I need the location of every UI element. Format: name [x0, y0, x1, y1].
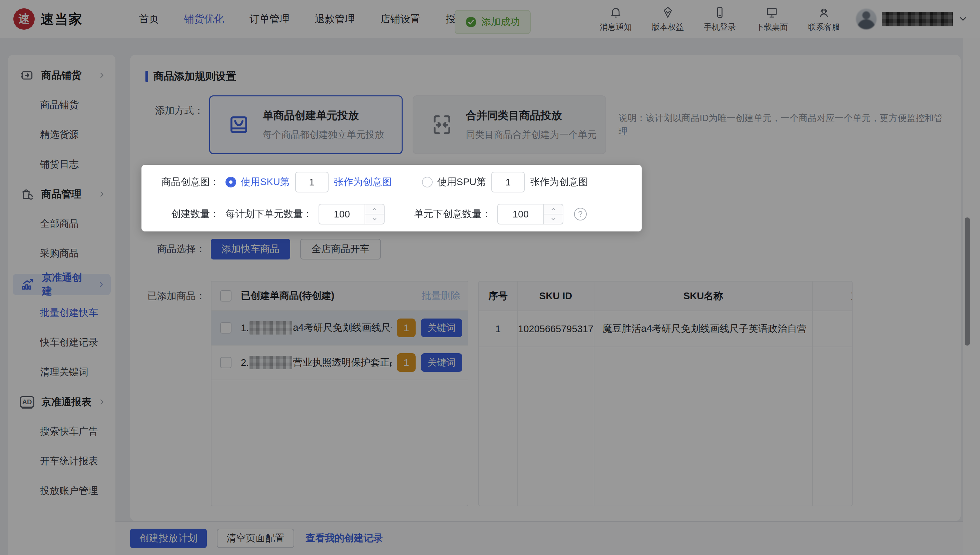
sidebar-item-batch-create-kuaiche[interactable]: 批量创建快车 [8, 303, 115, 322]
stepper-down-button[interactable] [544, 214, 563, 224]
create-plan-button[interactable]: 创建投放计划 [130, 529, 207, 548]
section-title-text: 商品添加规则设置 [154, 69, 236, 83]
avatar [856, 9, 877, 29]
added-products-row: 已添加商品： 已创建单商品(待创建) 批量删除 1.a4考研尺免划线画线尺子英语… [146, 281, 945, 506]
help-icon[interactable]: ? [574, 208, 587, 220]
notifications-button[interactable]: 消息通知 [600, 6, 632, 32]
download-desktop-label: 下载桌面 [756, 22, 788, 32]
toast-text: 添加成功 [481, 15, 520, 29]
sku-radio[interactable] [226, 177, 236, 188]
sidebar-item-ad-account-management[interactable]: 投放账户管理 [8, 482, 115, 500]
scrollbar-thumb[interactable] [965, 217, 970, 345]
nav-home[interactable]: 首页 [139, 12, 159, 26]
sku-detail-table: 序号 SKU ID SKU名称 京东价 1 10205665795317 魔豆胜… [478, 281, 853, 506]
keywords-button[interactable]: 关键词 [421, 319, 462, 337]
brand-name: 速当家 [41, 10, 83, 28]
nav-listing-optimize[interactable]: 铺货优化 [184, 12, 224, 26]
spu-option-suffix: 张作为创意图 [530, 175, 588, 189]
username-redacted [882, 12, 953, 26]
sidebar-group-jzt-create[interactable]: 京准通创建 [13, 274, 111, 295]
stepper-up-button[interactable] [544, 204, 563, 214]
action-footer: 创建投放计划 清空页面配置 查看我的创建记录 [115, 521, 980, 555]
sidebar-item-all-products[interactable]: 全部商品 [8, 215, 115, 233]
keywords-button[interactable]: 关键词 [421, 353, 462, 372]
stepper-down-button[interactable] [365, 214, 384, 224]
sidebar-group-product-management[interactable]: 商品管理 [8, 185, 115, 204]
user-menu[interactable] [856, 9, 968, 29]
add-mode-row: 添加方式： 单商品创建单元投放 每个商品都创建独立单元投放 合并同类目商品投放 … [146, 95, 945, 154]
sidebar-item-product-listing[interactable]: 商品铺货 [8, 96, 115, 114]
count-badge: 1 [397, 353, 415, 372]
creative-settings-panel: 商品创意图： 使用SKU第 张作为创意图 使用SPU第 张作为创意图 创建数量：… [141, 165, 642, 231]
table-row[interactable]: 1 10205665795317 魔豆胜活a4考研尺免划线画线尺子英语政治自营 … [479, 311, 853, 347]
row-checkbox[interactable] [220, 357, 231, 368]
sidebar-item-selected-sources[interactable]: 精选货源 [8, 125, 115, 144]
mode-card-single-product[interactable]: 单商品创建单元投放 每个商品都创建独立单元投放 [209, 95, 403, 154]
phone-icon [713, 6, 727, 19]
bell-icon [609, 6, 622, 19]
sidebar-item-search-kuaiche-ads[interactable]: 搜索快车广告 [8, 422, 115, 441]
chevron-right-icon [98, 281, 105, 288]
column-header-index: 序号 [479, 281, 517, 311]
sidebar-item-purchased-products[interactable]: 采购商品 [8, 244, 115, 263]
sidebar-item-listing-log[interactable]: 铺货日志 [8, 155, 115, 174]
creative-per-unit-input[interactable] [497, 204, 544, 225]
mode-card-merge-category[interactable]: 合并同类目商品投放 同类目商品合并创建为一个单元 [412, 95, 606, 154]
table-row[interactable]: 1.a4考研尺免划线画线尺子英语政治 1 关键词 [212, 311, 468, 345]
mode-card-desc: 每个商品都创建独立单元投放 [263, 128, 384, 141]
stepper-up-button[interactable] [365, 204, 384, 214]
table-row[interactable]: 2.营业执照透明保护套正品 1 关键词 [212, 345, 468, 380]
box-arrow-icon [19, 68, 35, 83]
stepper-buttons [365, 204, 385, 225]
create-quantity-row: 创建数量： 每计划下单元数量： 单元下创意数量： ? [151, 199, 632, 229]
product-select-row: 商品选择： 添加快车商品 全店商品开车 [146, 239, 945, 260]
cell-jd-price: - [813, 311, 853, 347]
sidebar-group-product-listing[interactable]: 商品铺货 [8, 66, 115, 85]
nav-orders[interactable]: 订单管理 [250, 12, 290, 26]
shopping-bag-icon [226, 112, 252, 137]
sidebar-item-kuaiche-create-records[interactable]: 快车创建记录 [8, 333, 115, 352]
sku-image-index-input[interactable] [295, 172, 329, 192]
download-desktop-button[interactable]: 下载桌面 [756, 6, 788, 32]
chevron-down-icon [958, 14, 968, 24]
nav-shop-settings[interactable]: 店铺设置 [380, 12, 420, 26]
spu-radio[interactable] [422, 177, 433, 188]
creative-image-row: 商品创意图： 使用SKU第 张作为创意图 使用SPU第 张作为创意图 [151, 167, 632, 197]
monitor-icon [765, 6, 778, 19]
sidebar-group-jzt-reports[interactable]: AD 京准通报表 [8, 393, 115, 411]
version-benefits-button[interactable]: 版本权益 [652, 6, 684, 32]
creative-per-unit-label: 单元下创意数量： [414, 207, 491, 221]
sidebar-group-label: 京准通创建 [42, 271, 91, 298]
column-header-sku-name: SKU名称 [594, 281, 813, 311]
column-header-sku-id: SKU ID [517, 281, 594, 311]
ad-icon: AD [19, 394, 35, 409]
redacted-text [250, 321, 292, 335]
add-kuaiche-products-button[interactable]: 添加快车商品 [211, 239, 290, 260]
notifications-label: 消息通知 [600, 22, 632, 32]
title-accent-bar [146, 71, 148, 82]
view-create-records-link[interactable]: 查看我的创建记录 [306, 532, 383, 545]
gem-icon [661, 6, 674, 19]
brand: 速 速当家 [13, 8, 83, 30]
add-mode-label: 添加方式： [146, 95, 204, 154]
sidebar-item-clean-keywords[interactable]: 清理关键词 [8, 363, 115, 382]
row-checkbox[interactable] [220, 322, 231, 334]
unit-per-plan-input[interactable] [319, 204, 365, 225]
clear-page-config-button[interactable]: 清空页面配置 [217, 529, 294, 548]
unit-per-plan-stepper [319, 204, 385, 225]
nav-refunds[interactable]: 退款管理 [315, 12, 355, 26]
count-badge: 1 [397, 319, 415, 337]
select-all-checkbox[interactable] [220, 290, 231, 302]
unit-per-plan-label: 每计划下单元数量： [226, 207, 313, 221]
spu-image-index-input[interactable] [491, 172, 525, 192]
sidebar-item-driving-stats-report[interactable]: 开车统计报表 [8, 452, 115, 471]
success-toast: 添加成功 [455, 10, 531, 34]
batch-delete-link[interactable]: 批量删除 [422, 289, 460, 303]
cell-sku-id: 10205665795317 [517, 311, 594, 347]
phone-login-button[interactable]: 手机登录 [704, 6, 736, 32]
contact-support-button[interactable]: 联系客服 [808, 6, 840, 32]
added-products-table: 已创建单商品(待创建) 批量删除 1.a4考研尺免划线画线尺子英语政治 1 关键… [211, 281, 468, 506]
column-header-jd-price: 京东价 [813, 281, 853, 311]
all-shop-products-button[interactable]: 全店商品开车 [300, 239, 381, 260]
product-select-label: 商品选择： [146, 242, 205, 256]
